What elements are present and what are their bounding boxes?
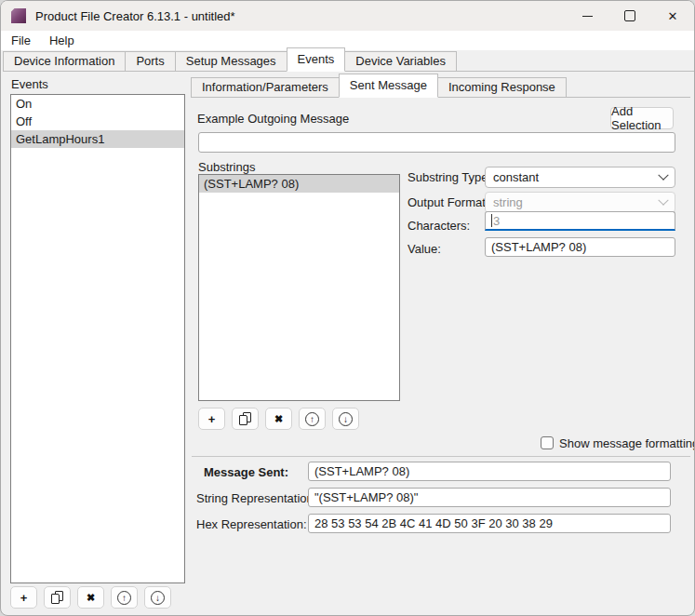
tab-ports[interactable]: Ports — [125, 51, 175, 71]
duplicate-event-button[interactable] — [44, 586, 71, 609]
value-label: Value: — [408, 242, 441, 256]
down-arrow-icon: ↓ — [339, 412, 353, 426]
characters-label: Characters: — [408, 219, 470, 233]
move-substring-down-button[interactable]: ↓ — [332, 408, 359, 430]
menu-help[interactable]: Help — [41, 32, 83, 49]
title-bar: Product File Creator 6.13.1 - untitled* … — [1, 1, 694, 31]
list-item[interactable]: Off — [11, 113, 184, 130]
tab-events[interactable]: Events — [287, 47, 346, 72]
hex-representation-value: 28 53 53 54 2B 4C 41 4D 50 3F 20 30 38 2… — [308, 514, 671, 533]
list-item[interactable]: On — [11, 95, 184, 113]
up-arrow-icon: ↑ — [117, 591, 131, 605]
chevron-down-icon — [658, 194, 668, 205]
window-controls: ✕ — [566, 1, 694, 31]
plus-icon: + — [208, 412, 216, 426]
hex-representation-label: Hex Representation: — [196, 517, 307, 531]
message-sent-value: (SST+LAMP? 08) — [308, 462, 671, 481]
show-message-formatting-label: Show message formatting — [559, 436, 695, 450]
output-format-value: string — [493, 195, 523, 209]
example-outgoing-message-label: Example Outgoing Message — [197, 112, 349, 126]
close-button[interactable]: ✕ — [651, 1, 694, 31]
list-item-selected[interactable]: (SST+LAMP? 08) — [199, 175, 399, 193]
delete-substring-button[interactable]: ✖ — [265, 408, 292, 430]
move-event-up-button[interactable]: ↑ — [111, 586, 138, 609]
tab-sent-message[interactable]: Sent Message — [339, 74, 438, 98]
up-arrow-icon: ↑ — [305, 412, 319, 426]
minimize-icon — [582, 16, 593, 17]
substrings-toolbar: + ✖ ↑ ↓ — [198, 408, 359, 430]
tab-device-variables[interactable]: Device Variables — [344, 51, 457, 71]
tab-setup-messages[interactable]: Setup Messages — [175, 51, 287, 71]
show-message-formatting-checkbox[interactable] — [541, 436, 554, 449]
move-substring-up-button[interactable]: ↑ — [299, 408, 326, 430]
section-divider — [192, 456, 690, 457]
minimize-button[interactable] — [566, 1, 608, 31]
add-selection-button[interactable]: Add Selection — [610, 107, 674, 129]
substring-type-label: Substring Type: — [408, 170, 491, 184]
maximize-icon — [624, 10, 635, 21]
text-caret — [491, 214, 492, 227]
substring-type-select[interactable]: constant — [485, 167, 675, 188]
substrings-label: Substrings — [198, 160, 255, 174]
substring-type-value: constant — [493, 170, 539, 184]
plus-icon: + — [20, 591, 28, 605]
close-icon: ✕ — [668, 10, 678, 22]
app-icon — [11, 8, 26, 23]
delete-event-button[interactable]: ✖ — [77, 586, 104, 609]
list-item-selected[interactable]: GetLampHours1 — [11, 130, 184, 148]
app-window: Product File Creator 6.13.1 - untitled* … — [0, 0, 695, 616]
tab-information-parameters[interactable]: Information/Parameters — [191, 77, 340, 97]
message-sent-label: Message Sent: — [204, 465, 288, 479]
output-format-label: Output Format: — [408, 195, 488, 209]
string-representation-label: String Representation: — [196, 491, 316, 505]
chevron-down-icon — [658, 169, 668, 180]
events-list[interactable]: On Off GetLampHours1 — [10, 94, 185, 583]
output-format-select: string — [485, 192, 675, 213]
menu-file[interactable]: File — [3, 32, 39, 49]
string-representation-value: "(SST+LAMP? 08)" — [308, 488, 671, 507]
window-title: Product File Creator 6.13.1 - untitled* — [35, 9, 235, 23]
duplicate-substring-button[interactable] — [232, 408, 259, 430]
move-event-down-button[interactable]: ↓ — [144, 586, 171, 609]
events-toolbar: + ✖ ↑ ↓ — [10, 586, 171, 609]
delete-icon: ✖ — [274, 413, 283, 425]
delete-icon: ✖ — [87, 592, 95, 604]
main-tab-bar: Device Information Ports Setup Messages … — [3, 50, 694, 72]
copy-icon — [239, 412, 251, 425]
value-input[interactable]: (SST+LAMP? 08) — [485, 237, 675, 257]
menu-bar: File Help — [1, 31, 694, 50]
maximize-button[interactable] — [608, 1, 651, 31]
add-substring-button[interactable]: + — [198, 408, 225, 430]
add-event-button[interactable]: + — [10, 586, 37, 609]
characters-value: 3 — [493, 214, 500, 228]
copy-icon — [51, 591, 63, 604]
example-outgoing-message-input[interactable] — [198, 132, 675, 153]
characters-input[interactable]: 3 — [485, 211, 675, 231]
tab-device-information[interactable]: Device Information — [3, 51, 126, 71]
message-tab-bar: Information/Parameters Sent Message Inco… — [191, 77, 690, 98]
events-label: Events — [11, 77, 48, 91]
down-arrow-icon: ↓ — [151, 591, 165, 605]
tab-incoming-response[interactable]: Incoming Response — [437, 77, 567, 97]
substrings-list[interactable]: (SST+LAMP? 08) — [198, 174, 400, 401]
